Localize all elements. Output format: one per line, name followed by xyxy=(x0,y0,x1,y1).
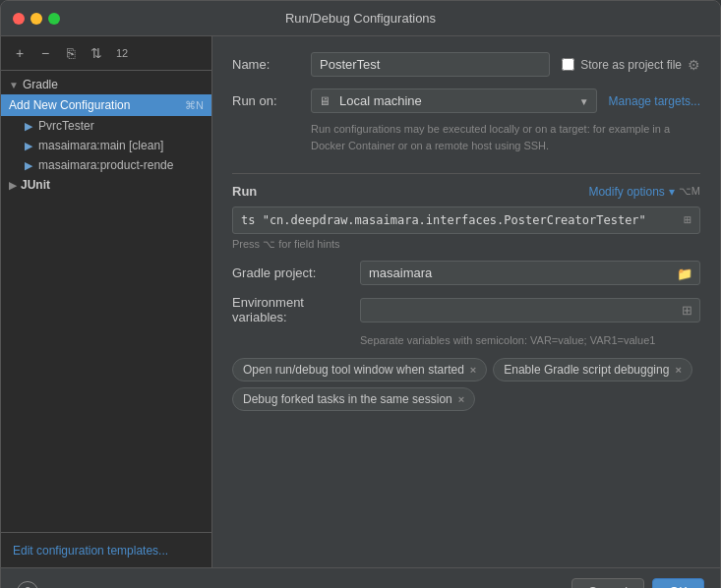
field-hint: Press ⌥ for field hints xyxy=(232,238,700,251)
add-new-configuration-item[interactable]: Add New Configuration ⌘N xyxy=(1,94,211,116)
gradle-project-input[interactable] xyxy=(360,261,700,285)
add-config-button[interactable]: + xyxy=(9,42,30,64)
copy-config-button[interactable]: ⎘ xyxy=(60,42,82,64)
chevron-down-icon: ▾ xyxy=(669,185,675,199)
env-vars-label: Environment variables: xyxy=(232,295,360,324)
modify-options-keyboard-shortcut: ⌥M xyxy=(679,185,700,198)
browse-icon[interactable]: ⊞ xyxy=(684,212,691,228)
modify-options-button[interactable]: Modify options ▾ ⌥M xyxy=(588,185,700,199)
traffic-lights xyxy=(13,13,60,25)
run-on-hint: Run configurations may be executed local… xyxy=(232,121,700,153)
run-config-icon: ▶ xyxy=(25,140,32,152)
move-config-button[interactable]: ⇅ xyxy=(86,42,107,64)
gear-icon[interactable]: ⚙ xyxy=(688,57,700,73)
junit-section[interactable]: ▶ JUnit xyxy=(1,175,211,195)
junit-section-label: JUnit xyxy=(21,178,50,192)
env-vars-hint: Separate variables with semicolon: VAR=v… xyxy=(232,334,700,346)
tag-gradle-debugging: Enable Gradle script debugging × xyxy=(493,358,692,382)
computer-icon: 🖥 xyxy=(319,94,330,108)
tree-area: ▼ Gradle Add New Configuration ⌘N ▶ Pvrc… xyxy=(1,71,211,532)
tag-label: Enable Gradle script debugging xyxy=(504,363,669,377)
section-divider xyxy=(232,173,700,174)
chevron-icon: ▼ xyxy=(9,80,19,90)
tree-item-label: PvrcTester xyxy=(38,119,94,133)
gradle-section-header[interactable]: ▼ Gradle xyxy=(1,75,211,94)
title-bar: Run/Debug Configurations xyxy=(1,1,720,36)
cancel-button[interactable]: Cancel xyxy=(571,578,644,588)
help-button[interactable]: ? xyxy=(17,581,38,589)
run-section-header: Run Modify options ▾ ⌥M xyxy=(232,184,700,199)
run-config-icon: ▶ xyxy=(25,159,32,172)
tags-row: Open run/debug tool window when started … xyxy=(232,358,700,411)
sort-config-button[interactable]: 12 xyxy=(111,42,133,64)
run-on-row: Run on: 🖥 Local machine ▼ Manage targets… xyxy=(232,88,700,113)
ok-button[interactable]: OK xyxy=(652,578,704,588)
tag-label: Open run/debug tool window when started xyxy=(243,363,464,377)
gradle-project-input-wrapper: 📁 xyxy=(360,261,700,285)
env-vars-input-wrapper: ⊞ xyxy=(360,298,700,323)
toolbar: + − ⎘ ⇅ 12 xyxy=(1,36,211,71)
name-input[interactable] xyxy=(311,52,550,77)
list-item[interactable]: ▶ PvrcTester xyxy=(1,116,211,136)
main-class-value: ts "cn.deepdraw.masaimara.interfaces.Pos… xyxy=(241,213,646,227)
chevron-icon: ▶ xyxy=(9,180,17,191)
remove-config-button[interactable]: − xyxy=(34,42,56,64)
tree-item-label: masaimara:main [clean] xyxy=(38,139,163,152)
main-class-field[interactable]: ts "cn.deepdraw.masaimara.interfaces.Pos… xyxy=(232,206,700,234)
gradle-section: ▼ Gradle Add New Configuration ⌘N ▶ Pvrc… xyxy=(1,75,211,175)
dialog-body: + − ⎘ ⇅ 12 ▼ Gradle Add New Configuratio… xyxy=(1,36,720,567)
tag-close-button[interactable]: × xyxy=(470,364,476,376)
store-project-label: Store as project file xyxy=(580,58,682,72)
gradle-project-row: Gradle project: 📁 xyxy=(232,261,700,285)
tag-debug-forked: Debug forked tasks in the same session × xyxy=(232,387,475,411)
list-item[interactable]: ▶ masaimara:product-rende xyxy=(1,155,211,175)
tag-close-button[interactable]: × xyxy=(675,364,681,376)
close-button[interactable] xyxy=(13,13,25,25)
run-section-label: Run xyxy=(232,184,257,199)
minimize-button[interactable] xyxy=(30,13,42,25)
add-new-config-keyboard-shortcut: ⌘N xyxy=(185,99,204,112)
gradle-project-label: Gradle project: xyxy=(232,265,360,280)
manage-targets-link[interactable]: Manage targets... xyxy=(609,94,700,108)
right-panel: Name: Store as project file ⚙ Run on: 🖥 … xyxy=(212,36,720,567)
maximize-button[interactable] xyxy=(48,13,60,25)
gradle-section-label: Gradle xyxy=(23,78,58,91)
dialog-footer: ? Cancel OK xyxy=(1,567,720,588)
name-label: Name: xyxy=(232,57,311,72)
tag-label: Debug forked tasks in the same session xyxy=(243,392,452,406)
folder-icon[interactable]: 📁 xyxy=(677,265,692,280)
add-new-config-label: Add New Configuration xyxy=(9,98,130,112)
env-vars-browse-icon[interactable]: ⊞ xyxy=(682,303,692,318)
env-vars-row: Environment variables: ⊞ xyxy=(232,295,700,324)
name-row: Name: Store as project file ⚙ xyxy=(232,52,700,77)
run-debug-dialog: Run/Debug Configurations + − ⎘ ⇅ 12 ▼ Gr… xyxy=(0,0,721,588)
left-panel: + − ⎘ ⇅ 12 ▼ Gradle Add New Configuratio… xyxy=(1,36,212,567)
tag-close-button[interactable]: × xyxy=(458,393,464,405)
store-project-checkbox[interactable] xyxy=(562,58,574,71)
bottom-link-area: Edit configuration templates... xyxy=(1,532,211,567)
run-config-icon: ▶ xyxy=(25,120,32,133)
store-project-checkbox-label[interactable]: Store as project file xyxy=(562,58,682,72)
list-item[interactable]: ▶ masaimara:main [clean] xyxy=(1,136,211,155)
edit-templates-link[interactable]: Edit configuration templates... xyxy=(13,544,168,558)
modify-options-label: Modify options xyxy=(588,185,664,199)
store-project-row: Store as project file ⚙ xyxy=(562,57,700,73)
tree-item-label: masaimara:product-rende xyxy=(38,158,173,172)
run-on-select-wrapper: 🖥 Local machine ▼ xyxy=(311,88,597,113)
dialog-title: Run/Debug Configurations xyxy=(285,11,436,26)
run-on-select[interactable]: Local machine xyxy=(311,88,597,113)
env-vars-input[interactable] xyxy=(360,298,700,323)
run-on-label: Run on: xyxy=(232,93,311,108)
tag-open-tool-window: Open run/debug tool window when started … xyxy=(232,358,487,382)
